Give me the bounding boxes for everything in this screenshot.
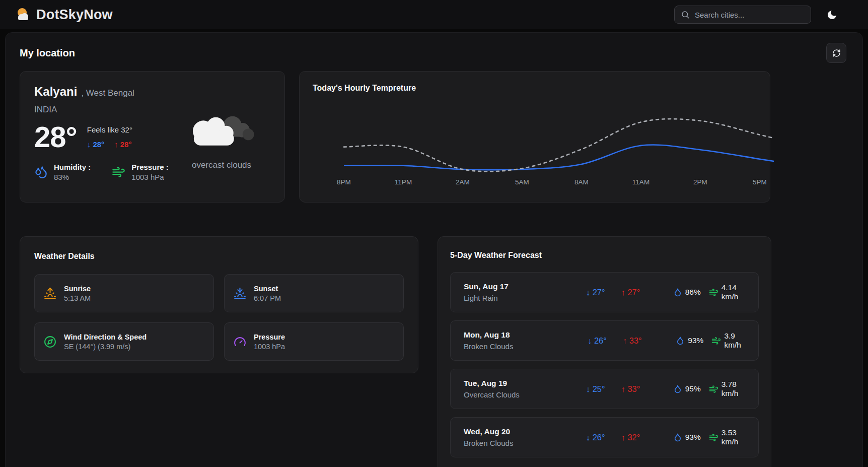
- forecast-condition: Overcast Clouds: [464, 390, 586, 399]
- wind-icon: [711, 336, 721, 346]
- forecast-day: Mon, Aug 18: [464, 330, 588, 340]
- svg-text:11PM: 11PM: [395, 178, 412, 186]
- arrow-up-icon: ↑: [621, 433, 625, 442]
- pressure-value: 1003 hPa: [131, 173, 168, 181]
- arrow-down-icon: ↓: [586, 384, 590, 393]
- arrow-up-icon: ↑: [114, 140, 118, 149]
- wind-tile: Wind Direction & Speed SE (144°) (3.99 m…: [34, 322, 214, 361]
- forecast-min-temp: ↓ 27°: [586, 288, 605, 297]
- condition-text: overcast clouds: [179, 160, 264, 170]
- droplet-icon: [673, 433, 682, 442]
- forecast-row: Wed, Aug 20 Broken Clouds ↓ 26° ↑ 32° 93…: [450, 417, 759, 457]
- forecast-condition: Broken Clouds: [464, 439, 586, 447]
- forecast-humidity: 93%: [676, 336, 703, 345]
- forecast-row: Tue, Aug 19 Overcast Clouds ↓ 25° ↑ 33° …: [450, 369, 759, 409]
- app-logo[interactable]: DotSkyNow: [15, 7, 113, 23]
- min-temperature: ↓ 28°: [87, 140, 104, 149]
- forecast-max-temp: ↑ 33°: [621, 384, 640, 394]
- humidity-stat: Humidity : 83%: [34, 163, 91, 181]
- forecast-wind: 3.53 km/h: [709, 428, 745, 446]
- forecast-min-temp: ↓ 26°: [586, 433, 605, 442]
- sunset-tile: Sunset 6:07 PM: [224, 274, 404, 312]
- arrow-down-icon: ↓: [586, 288, 590, 297]
- sun-cloud-logo-icon: [15, 7, 31, 23]
- current-temperature: 28°: [34, 123, 77, 151]
- wind-label: Wind Direction & Speed: [64, 333, 147, 341]
- search-icon: [681, 10, 690, 19]
- droplet-icon: [673, 384, 682, 393]
- arrow-up-icon: ↑: [623, 336, 627, 345]
- svg-text:2PM: 2PM: [693, 178, 707, 186]
- page-title: My location: [20, 47, 75, 59]
- pressure-label: Pressure :: [131, 163, 168, 171]
- city-name: Kalyani: [34, 85, 77, 99]
- forecast-condition: Broken Clouds: [464, 342, 588, 351]
- arrow-up-icon: ↑: [621, 384, 625, 393]
- compass-icon: [44, 336, 56, 348]
- section-header: My location: [6, 39, 862, 63]
- droplets-icon: [34, 165, 48, 179]
- pressure-tile: Pressure 1003 hPa: [224, 322, 404, 361]
- overcast-cloud-icon: [179, 109, 264, 157]
- sunrise-label: Sunrise: [64, 285, 91, 293]
- sunrise-value: 5:13 AM: [64, 294, 91, 302]
- svg-text:8AM: 8AM: [574, 178, 589, 186]
- forecast-wind: 4.14 km/h: [709, 283, 745, 301]
- forecast-min-temp: ↓ 25°: [586, 384, 605, 394]
- wind-icon: [112, 165, 125, 179]
- max-temperature: ↑ 28°: [114, 140, 131, 149]
- wind-icon: [709, 288, 718, 297]
- moon-icon: [826, 9, 838, 21]
- sunset-label: Sunset: [254, 285, 281, 293]
- sunrise-icon: [44, 287, 56, 300]
- forecast-row: Sun, Aug 17 Light Rain ↓ 27° ↑ 27° 86%: [450, 272, 759, 312]
- theme-toggle-button[interactable]: [826, 9, 838, 21]
- sunrise-tile: Sunrise 5:13 AM: [34, 274, 214, 312]
- forecast-max-temp: ↑ 33°: [623, 336, 642, 346]
- forecast-day: Tue, Aug 19: [464, 379, 586, 388]
- forecast-row: Mon, Aug 18 Broken Clouds ↓ 26° ↑ 33° 93…: [450, 320, 759, 361]
- forecast-humidity: 95%: [673, 384, 701, 393]
- content-area: Kalyani , West Bengal INDIA 28° Feels li…: [6, 63, 770, 467]
- wind-value: SE (144°) (3.99 m/s): [64, 343, 147, 351]
- arrow-down-icon: ↓: [588, 336, 592, 345]
- droplet-icon: [676, 336, 685, 345]
- pressure-stat: Pressure : 1003 hPa: [112, 163, 168, 181]
- arrow-up-icon: ↑: [621, 288, 625, 297]
- forecast-min-temp: ↓ 26°: [588, 336, 607, 346]
- arrow-down-icon: ↓: [586, 433, 590, 442]
- forecast-max-temp: ↑ 32°: [621, 433, 640, 442]
- svg-text:5PM: 5PM: [753, 178, 767, 186]
- weather-details-title: Weather Details: [34, 252, 404, 261]
- forecast-title: 5-Day Weather Forecast: [450, 251, 759, 260]
- wind-icon: [709, 384, 718, 394]
- region-name: , West Bengal: [81, 88, 134, 98]
- forecast-wind: 3.9 km/h: [711, 331, 745, 350]
- weather-details-card: Weather Details Sunrise 5:13 AM: [20, 236, 418, 373]
- humidity-value: 83%: [54, 173, 91, 181]
- pressure-tile-value: 1003 hPa: [254, 343, 285, 351]
- arrow-down-icon: ↓: [87, 140, 91, 149]
- current-weather-card: Kalyani , West Bengal INDIA 28° Feels li…: [20, 71, 285, 203]
- refresh-button[interactable]: [826, 43, 846, 63]
- pressure-tile-label: Pressure: [254, 333, 285, 341]
- forecast-humidity: 86%: [673, 288, 701, 297]
- forecast-humidity: 93%: [673, 433, 701, 442]
- forecast-list: Sun, Aug 17 Light Rain ↓ 27° ↑ 27° 86%: [450, 272, 759, 457]
- forecast-wind: 3.78 km/h: [709, 380, 745, 398]
- search-box[interactable]: [674, 6, 811, 24]
- humidity-label: Humidity :: [54, 163, 91, 171]
- forecast-max-temp: ↑ 27°: [621, 288, 640, 297]
- forecast-day: Sun, Aug 17: [464, 282, 586, 291]
- app-header: DotSkyNow: [0, 0, 868, 29]
- refresh-icon: [832, 49, 841, 57]
- sunset-icon: [234, 287, 246, 300]
- forecast-day: Wed, Aug 20: [464, 427, 586, 436]
- chart-title: Today's Hourly Tempreture: [313, 84, 757, 93]
- wind-icon: [709, 433, 718, 442]
- forecast-condition: Light Rain: [464, 294, 586, 302]
- gauge-icon: [234, 336, 246, 348]
- hourly-chart-card: Today's Hourly Tempreture 8PM11PM2AM5AM8…: [299, 71, 770, 203]
- search-input[interactable]: [695, 11, 805, 19]
- svg-text:2AM: 2AM: [456, 178, 470, 186]
